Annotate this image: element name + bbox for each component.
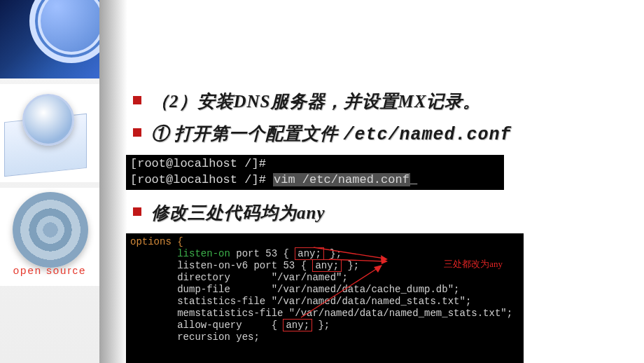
term1-line2-prompt: [root@localhost /]#: [130, 173, 273, 186]
t2-line-5: statistics-file "/var/named/data/named_s…: [130, 296, 471, 307]
t2-line-3: directory "/var/named";: [130, 272, 348, 283]
term1-line1: [root@localhost /]#: [130, 157, 266, 170]
t2-line-1-tail: };: [324, 248, 342, 259]
bullet-square-icon: [133, 96, 141, 104]
svg-marker-3: [381, 258, 388, 264]
t2-line-2-any: any;: [312, 259, 342, 272]
sidebar-image-opensource-laptop: [0, 0, 99, 78]
t2-line-6: memstatistics-file "/var/named/data/name…: [130, 308, 512, 319]
term1-cmd: vim /etc/named.conf: [273, 173, 410, 186]
term1-cursor: _: [410, 173, 417, 186]
t2-line-1-keyword: listen-on: [177, 248, 230, 259]
t2-line-7-any: any;: [283, 319, 312, 331]
terminal-screenshot-1: [root@localhost /]# [root@localhost /]# …: [126, 155, 504, 190]
svg-marker-1: [381, 255, 388, 261]
t2-line-1-prefix: [130, 248, 177, 259]
t2-line-7-tail: };: [312, 320, 330, 331]
sidebar-image-opensource-rings: open source: [0, 188, 99, 286]
compass-icon: [22, 94, 74, 146]
t2-line-1-after: port 53 {: [230, 248, 295, 259]
open-source-emblem-icon: [29, 0, 99, 63]
t2-line-0: options {: [130, 236, 183, 247]
t2-line-2-prefix: listen-on-v6 port 53 {: [130, 260, 312, 271]
t2-line-8: recursion yes;: [130, 331, 260, 343]
t2-line-2-tail: };: [342, 260, 359, 271]
open-source-label: open source: [0, 264, 99, 276]
sidebar-shadow: [99, 0, 127, 363]
concentric-rings-icon: [13, 192, 88, 268]
slide-sidebar: open source: [0, 0, 99, 363]
bullet-text-1: （2）安装DNS服务器，并设置MX记录。: [151, 88, 481, 115]
t2-line-4: dump-file "/var/named/data/cache_dump.db…: [130, 284, 459, 295]
bullet-item-2: ① 打开第一个配置文件 /etc/named.conf: [133, 121, 644, 149]
bullet-item-3: 修改三处代码均为any: [133, 200, 644, 226]
t2-line-1-any: any;: [295, 247, 324, 260]
terminal-screenshot-2: options { listen-on port 53 { any; }; li…: [126, 233, 524, 364]
annotation-text: 三处都改为any: [444, 259, 503, 270]
bullet-2-text: ① 打开第一个配置文件: [151, 124, 344, 143]
bullet-text-2: ① 打开第一个配置文件 /etc/named.conf: [151, 121, 512, 149]
bullet-square-icon: [133, 207, 141, 216]
slide-content: （2）安装DNS服务器，并设置MX记录。 ① 打开第一个配置文件 /etc/na…: [126, 0, 644, 363]
t2-line-7-prefix: allow-query {: [130, 320, 283, 331]
bullet-text-3: 修改三处代码均为any: [151, 200, 326, 226]
bullet-square-icon: [133, 128, 141, 137]
bullet-2-code: /etc/named.conf: [344, 125, 512, 145]
svg-marker-5: [374, 265, 382, 273]
sidebar-image-box-compass: [0, 84, 99, 182]
bullet-item-1: （2）安装DNS服务器，并设置MX记录。: [133, 88, 644, 115]
